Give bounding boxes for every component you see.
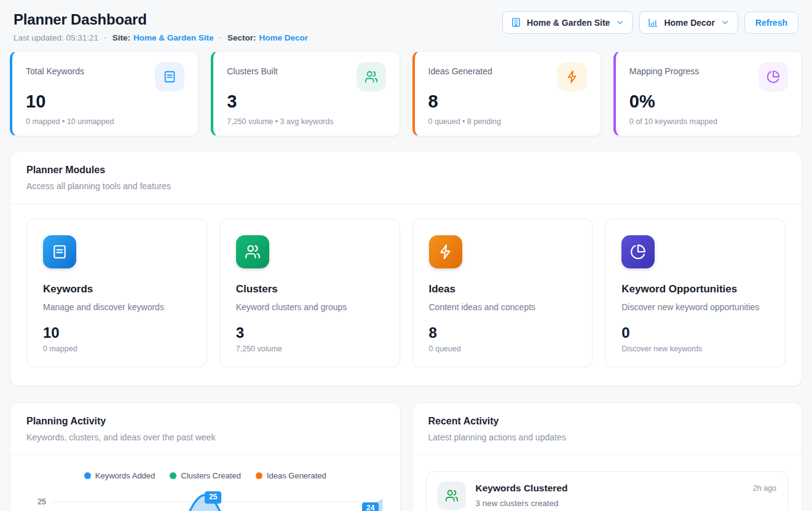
refresh-button[interactable]: Refresh: [744, 12, 798, 34]
stat-top: Clusters Built: [227, 62, 385, 92]
building-icon: [511, 17, 521, 28]
site-label: Site:: [112, 33, 130, 42]
users-icon: [357, 62, 386, 92]
stat-top: Total Keywords: [26, 62, 184, 92]
chevron-down-icon: [720, 18, 730, 27]
document-icon: [155, 62, 184, 92]
module-subtext: 7,250 volume: [236, 345, 384, 353]
module-subtext: 0 queued: [429, 345, 577, 353]
planning-activity-title: Planning Activity: [26, 416, 384, 427]
chart-plot-area: 25 25 24: [23, 488, 388, 511]
stats-row: Total Keywords 10 0 mapped • 10 unmapped…: [10, 51, 802, 136]
stat-subtext: 0 queued • 8 pending: [428, 117, 587, 126]
legend-item-keywords-added: Keywords Added: [84, 471, 156, 480]
module-value: 0: [621, 324, 769, 341]
module-subtext: 0 mapped: [43, 345, 191, 353]
sector-selector-label: Home Decor: [664, 18, 714, 28]
stat-top: Mapping Progress: [629, 62, 788, 92]
module-title: Ideas: [429, 283, 577, 295]
sector-label: Sector:: [227, 33, 256, 42]
sector-link[interactable]: Home Decor: [259, 33, 308, 42]
meta-separator: ·: [219, 33, 222, 42]
recent-activity-panel: Recent Activity Latest planning actions …: [412, 402, 803, 511]
site-selector-dropdown[interactable]: Home & Garden Site: [502, 11, 633, 34]
stat-label: Mapping Progress: [629, 62, 700, 76]
modules-grid: Keywords Manage and discover keywords 10…: [10, 204, 802, 386]
column-chart-icon: [648, 17, 658, 28]
legend-dot-icon: [84, 472, 91, 479]
recent-activity-title: Recent Activity: [428, 416, 786, 427]
module-description: Keyword clusters and groups: [236, 302, 384, 312]
module-card-keyword-opportunities[interactable]: Keyword Opportunities Discover new keywo…: [605, 219, 786, 367]
data-point-label: 24: [362, 502, 379, 511]
stat-label: Ideas Generated: [428, 62, 492, 76]
planning-activity-header: Planning Activity Keywords, clusters, an…: [10, 403, 400, 455]
users-icon: [438, 482, 466, 510]
planner-modules-panel: Planner Modules Access all planning tool…: [10, 151, 802, 386]
activity-item-time: 2h ago: [753, 483, 776, 493]
module-title: Clusters: [236, 283, 384, 295]
activity-item-title: Keywords Clustered: [476, 483, 568, 494]
stat-label: Total Keywords: [26, 62, 84, 76]
document-icon: [43, 235, 76, 268]
stat-subtext: 0 of 10 keywords mapped: [629, 117, 788, 126]
meta-separator: ·: [104, 33, 107, 42]
data-point-label: 25: [205, 491, 221, 504]
stat-value: 3: [227, 92, 385, 112]
module-subtext: Discover new keywords: [621, 345, 769, 353]
stat-subtext: 7,250 volume • 3 avg keywords: [227, 117, 385, 126]
last-updated-text: Last updated: 05:31:21: [14, 33, 98, 42]
header-left: Planner Dashboard Last updated: 05:31:21…: [14, 11, 308, 42]
legend-label: Clusters Created: [181, 471, 241, 480]
site-link[interactable]: Home & Garden Site: [133, 33, 214, 42]
stat-top: Ideas Generated: [428, 62, 587, 92]
stat-label: Clusters Built: [227, 62, 277, 76]
stat-card-total-keywords: Total Keywords 10 0 mapped • 10 unmapped: [10, 51, 199, 136]
planner-modules-subtitle: Access all planning tools and features: [26, 181, 786, 191]
header-controls: Home & Garden Site Home Decor Refresh: [502, 11, 798, 34]
bottom-row: Planning Activity Keywords, clusters, an…: [10, 402, 802, 511]
module-card-ideas[interactable]: Ideas Content ideas and concepts 8 0 que…: [412, 219, 593, 367]
planning-activity-panel: Planning Activity Keywords, clusters, an…: [10, 402, 401, 511]
module-description: Manage and discover keywords: [43, 302, 191, 312]
module-card-keywords[interactable]: Keywords Manage and discover keywords 10…: [26, 219, 207, 367]
sector-selector-dropdown[interactable]: Home Decor: [639, 11, 738, 34]
lightning-icon: [558, 62, 587, 92]
users-icon: [236, 235, 269, 268]
y-axis-tick: 25: [37, 497, 46, 506]
planner-modules-header: Planner Modules Access all planning tool…: [10, 152, 802, 204]
legend-label: Keywords Added: [95, 471, 156, 480]
legend-item-ideas-generated: Ideas Generated: [256, 471, 326, 480]
activity-item-description: 3 new clusters created: [476, 499, 777, 508]
stat-card-ideas-generated: Ideas Generated 8 0 queued • 8 pending: [412, 51, 601, 136]
stat-subtext: 0 mapped • 10 unmapped: [26, 117, 184, 126]
module-card-clusters[interactable]: Clusters Keyword clusters and groups 3 7…: [219, 219, 400, 367]
planning-activity-subtitle: Keywords, clusters, and ideas over the p…: [26, 432, 384, 442]
recent-activity-subtitle: Latest planning actions and updates: [428, 432, 786, 442]
legend-item-clusters-created: Clusters Created: [170, 471, 241, 480]
stat-value: 10: [26, 92, 184, 112]
activity-item-content: Keywords Clustered 2h ago 3 new clusters…: [476, 482, 777, 508]
stat-value: 0%: [629, 92, 788, 112]
activity-chart: Keywords Added Clusters Created Ideas Ge…: [10, 455, 400, 511]
module-value: 10: [43, 324, 191, 341]
lightning-icon: [429, 235, 462, 268]
module-value: 8: [429, 324, 577, 341]
chart-legend: Keywords Added Clusters Created Ideas Ge…: [23, 471, 388, 480]
legend-label: Ideas Generated: [267, 471, 326, 480]
stat-card-mapping-progress: Mapping Progress 0% 0 of 10 keywords map…: [613, 51, 802, 136]
recent-activity-header: Recent Activity Latest planning actions …: [412, 403, 802, 455]
pie-chart-icon: [621, 235, 655, 268]
chevron-down-icon: [615, 18, 625, 27]
planner-modules-title: Planner Modules: [26, 165, 786, 176]
activity-item-keywords-clustered: Keywords Clustered 2h ago 3 new clusters…: [426, 471, 789, 511]
page-title: Planner Dashboard: [14, 11, 308, 28]
stat-card-clusters-built: Clusters Built 3 7,250 volume • 3 avg ke…: [211, 51, 400, 136]
page-header: Planner Dashboard Last updated: 05:31:21…: [10, 9, 802, 42]
stat-value: 8: [428, 92, 587, 112]
module-description: Content ideas and concepts: [429, 302, 577, 312]
module-value: 3: [236, 324, 384, 341]
header-meta: Last updated: 05:31:21 · Site: Home & Ga…: [14, 33, 308, 42]
legend-dot-icon: [256, 472, 262, 479]
module-title: Keyword Opportunities: [621, 283, 769, 295]
